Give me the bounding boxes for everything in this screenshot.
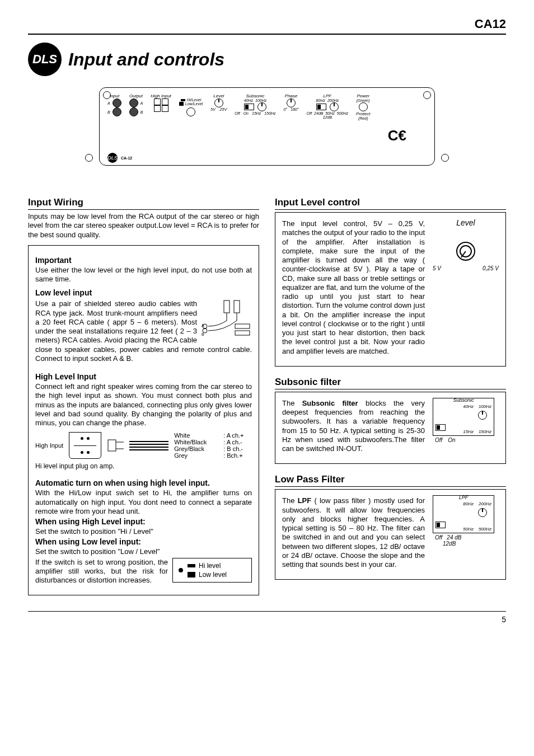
lbl-a: A [107,101,110,105]
svg-rect-0 [224,300,229,313]
lbl-level: Level [213,93,224,98]
sub-100: 100Hz [479,404,491,409]
level-diag-label: Level [433,218,499,227]
when-hi-text: Set the switch to position "Hi / Level" [35,527,252,536]
lbl-025v: .25V [219,107,227,111]
level-025v: 0,25 V [483,265,499,271]
panel-brand-logo: DLS [107,153,118,163]
hi-input-caption: High Input [35,442,63,449]
lbl-5v: 5V [210,107,216,111]
lbl-200hz: 200Hz [327,98,339,102]
wire-3-name: Grey [174,452,219,459]
model-tag: CA12 [28,17,506,31]
lpf-diagram: LPF 80Hz 200Hz 50Hz 500Hz Off 24 dB [433,495,499,574]
lbl-80hz: 80Hz [316,98,325,102]
wire-lines-icon [129,441,168,450]
subsonic-switch [244,104,254,110]
high-level-heading: High Level Input [35,372,252,381]
level-knob-diagram: Level 5 V 0,25 V [433,218,499,360]
wire-1-name: White/Black [174,439,219,445]
subsonic-knob [257,102,266,111]
lbl-phase: Phase [285,93,298,98]
wire-plug-icon [69,432,101,459]
panel-model: CA-12 [121,156,132,160]
lpf-knob-d [478,508,487,517]
auto-turnon-heading: Automatic turn on when using high level … [35,478,252,487]
heading-lpf: Low Pass Filter [275,474,506,487]
lpf-off-d: Off [435,534,442,541]
lpf-top: LPF [433,495,494,500]
plug-caption: Hi level input plug on amp. [35,462,252,471]
wire-0-name: White [174,432,219,439]
amp-panel-diagram: Input A B Output A B [99,87,435,166]
important-heading: Important [35,256,252,265]
connector-icon [107,434,124,457]
sw-hi-lbl: Hi level [199,562,221,570]
top-rule [28,34,506,35]
lpf-50: 50Hz [463,527,474,532]
lbl-a2: A [140,101,143,105]
card-level: The input level control, 5V – 0,25 V, ma… [275,212,506,367]
lpf-text: The LPF ( low pass filter ) mostly used … [282,496,425,569]
lbl-sub-off: Off [235,111,240,115]
svg-rect-6 [235,324,250,328]
svg-rect-1 [234,300,240,313]
lpf-200: 200Hz [479,501,491,506]
lbl-12db: 12dB [323,115,332,119]
input-wiring-intro: Inputs may be low level from the RCA out… [28,212,259,240]
sub-top: Subsonic [433,397,494,403]
wire-3-ch: : Bch.+ [223,452,243,459]
card-important-low: Important Use either the low level or th… [28,245,259,596]
card-subsonic: The Subsonic filter blocks the very deep… [275,392,506,464]
lbl-40hz: 40Hz [244,98,253,102]
sub-switch [435,424,446,431]
auto-turnon-text: With the Hi/Low input swich set to Hi, t… [35,489,252,516]
lbl-0deg: 0° [284,107,288,111]
lbl-hilevel: Hi/Level [187,98,201,102]
lbl-power: Power [357,93,369,98]
sub-150: 150Hz [479,429,491,434]
hi-low-switch [186,107,195,116]
high-input-wire-diagram: High Input White: A [35,432,252,459]
hi-low-switch-diagram: Hi level Low level [172,558,252,583]
rca-b-out [129,107,138,116]
when-hi-heading: When using High Level input: [35,517,252,526]
ce-mark: C€ [388,127,406,144]
sub-knob [478,411,487,420]
level-knob [214,98,223,107]
page-number: 5 [28,615,506,624]
heading-input-wiring: Input Wiring [28,197,259,210]
lbl-24db: 24dB [314,111,323,115]
lbl-green: (Green) [357,98,370,102]
svg-text:B: B [202,332,204,336]
svg-rect-7 [235,331,250,335]
subsonic-text: The Subsonic filter blocks the very deep… [282,399,425,454]
lpf-24-d: 24 dB [447,534,461,541]
lbl-180deg: 180° [291,107,298,111]
rca-b-in [113,107,121,116]
lpf-knob [330,102,339,111]
sub-15: 15Hz [463,429,474,434]
when-lo-heading: When using Low level input: [35,537,252,546]
rca-a-in [113,98,121,107]
lbl-b2: B [140,110,143,114]
lbl-output: Output [129,93,143,98]
lpf-80: 80Hz [463,501,474,506]
brand-logo: DLS [28,43,62,76]
high-level-text: Connect left and right speaker wires com… [35,382,252,428]
lbl-red: (Red) [358,116,368,120]
level-5v: 5 V [433,265,441,271]
svg-text:A: A [202,323,204,327]
lbl-b: B [107,110,110,114]
subsonic-diagram: Subsonic 40Hz 100Hz 15Hz 150Hz Off On [433,398,499,458]
level-text: The input level control, 5V – 0,25 V, ma… [282,219,425,356]
sub-on: On [448,437,455,443]
lbl-high-input: High Input [151,93,171,98]
sw-lo-lbl: Low level [199,571,227,579]
card-lpf: The LPF ( low pass filter ) mostly used … [275,489,506,580]
wire-0-ch: : A ch.+ [223,432,243,439]
lbl-500hz: 500Hz [337,111,348,115]
bottom-rule [28,611,506,612]
lbl-subsonic: Subsonic [246,93,264,98]
lbl-100hz: 100Hz [255,98,266,102]
